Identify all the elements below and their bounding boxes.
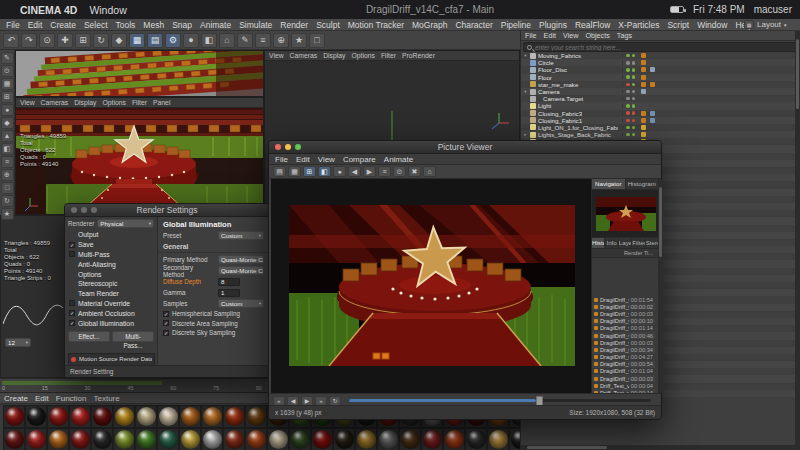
pen-icon[interactable]: ✎	[237, 33, 253, 48]
render-setting-footer[interactable]: Render Setting	[70, 368, 113, 375]
material-tag-icon[interactable]	[641, 96, 646, 101]
render-settings-item[interactable]: Stereoscopic	[65, 279, 157, 289]
menu-item[interactable]: Mesh	[143, 20, 164, 30]
transport-icon[interactable]: ↻	[329, 396, 341, 406]
snap-icon[interactable]: ≡	[1, 156, 14, 168]
tag-icon[interactable]	[650, 103, 655, 108]
delete-icon[interactable]: ✖	[408, 166, 421, 177]
object-name[interactable]: Light	[538, 102, 618, 109]
object-manager-menu-item[interactable]: Edit	[544, 31, 556, 40]
transport-icon[interactable]: «	[273, 396, 285, 406]
render-dot[interactable]	[632, 90, 636, 94]
texture-mode-icon[interactable]: ▦	[1, 78, 14, 90]
menu-item[interactable]: Create	[50, 20, 76, 30]
render-preset-row[interactable]: Motion Source Render Data	[69, 354, 154, 364]
object-name[interactable]: Light_ON_1.for_Closing_Fabrics	[538, 124, 618, 131]
menu-item[interactable]: Script	[667, 20, 689, 30]
field-value[interactable]: Quasi-Monte Carlo (QMC)	[218, 255, 264, 264]
object-name[interactable]: Moving_Fabrics	[538, 52, 618, 59]
object-row[interactable]: Closing_Fabric3	[521, 110, 797, 117]
checkbox[interactable]: ✓	[163, 320, 169, 326]
material-thumbnail[interactable]	[25, 428, 47, 450]
editor-dot[interactable]	[626, 54, 630, 58]
material-tag-icon[interactable]	[641, 89, 646, 94]
material-thumbnail[interactable]	[157, 428, 179, 450]
history-row[interactable]: DragilDriff_v148 00:00:03	[592, 310, 655, 317]
effect-button[interactable]: Effect...	[68, 331, 110, 342]
history-row[interactable]: DragilDriff_v148 00:00:03	[592, 339, 655, 346]
object-row[interactable]: ▸ Lights_Stage_Back_Fabric	[521, 131, 797, 138]
render-dot[interactable]	[632, 97, 636, 101]
material-thumbnail[interactable]	[47, 428, 69, 450]
checkbox[interactable]: ✓	[69, 310, 75, 316]
picture-viewer-menu-item[interactable]: File	[275, 155, 288, 164]
menu-item[interactable]: Window	[697, 20, 727, 30]
window-menu[interactable]: Window	[89, 4, 126, 16]
material-thumbnail[interactable]	[91, 428, 113, 450]
menu-item[interactable]: Plugins	[539, 20, 567, 30]
viewport-menu-item[interactable]: Panel	[153, 99, 170, 106]
visibility-dots[interactable]	[622, 111, 637, 115]
material-tag-icon[interactable]	[641, 111, 646, 116]
expand-arrow-icon[interactable]: ▾	[523, 89, 528, 94]
material-thumbnail[interactable]	[487, 428, 509, 450]
menu-item[interactable]: Edit	[28, 20, 43, 30]
material-tag-icon[interactable]	[641, 67, 646, 72]
sidebar-tab[interactable]: Navigator	[592, 179, 626, 189]
subdivision-select[interactable]: 12	[5, 338, 31, 347]
checkbox[interactable]: ✓	[69, 320, 75, 326]
object-row[interactable]: Camera.Target	[521, 95, 797, 102]
checkbox[interactable]	[69, 300, 75, 306]
material-tag-icon[interactable]	[641, 103, 646, 108]
render-dot[interactable]	[632, 61, 636, 65]
floor-icon[interactable]: ⌂	[219, 33, 235, 48]
transport-icon[interactable]: ◀	[287, 396, 299, 406]
history-row[interactable]: DragilDriff_v149 00:00:03	[592, 375, 655, 382]
navigator-thumbnail[interactable]	[592, 190, 659, 238]
gi-check-row[interactable]: ✓ Hemispherical Sampling	[158, 309, 269, 319]
visibility-dots[interactable]	[622, 126, 637, 130]
rotate-tool-icon[interactable]: ↻	[93, 33, 109, 48]
render-dot[interactable]	[632, 75, 636, 79]
material-thumbnail[interactable]	[69, 405, 91, 428]
render-view-icon[interactable]: ▦	[129, 33, 145, 48]
material-thumbnail[interactable]	[25, 405, 47, 428]
viewport-menu-item[interactable]: Display	[323, 52, 345, 59]
sidebar-tab[interactable]: Filter	[632, 238, 645, 248]
material-thumbnail[interactable]	[135, 428, 157, 450]
material-tag-icon[interactable]	[641, 75, 646, 80]
editor-dot[interactable]	[626, 119, 630, 123]
history-column-header[interactable]: Render Ti...	[624, 250, 653, 256]
material-thumbnail[interactable]	[135, 405, 157, 428]
render-settings-icon[interactable]: ⚙	[165, 33, 181, 48]
history-scrollbar[interactable]	[658, 179, 663, 393]
scale-tool-icon[interactable]: ⊞	[75, 33, 91, 48]
viewport-menu-item[interactable]: Filter	[132, 99, 147, 106]
sidebar-tab[interactable]: History	[592, 238, 605, 248]
expand-arrow-icon[interactable]: ▸	[523, 132, 528, 137]
object-name[interactable]: Camera.Target	[538, 95, 618, 102]
enable-axis-icon[interactable]: ◧	[1, 143, 14, 155]
menu-item[interactable]: Sculpt	[316, 20, 340, 30]
previous-image-icon[interactable]: ◀	[348, 166, 361, 177]
visibility-dots[interactable]	[622, 83, 637, 87]
zoom-icon[interactable]: ⊙	[393, 166, 406, 177]
viewport-solo-icon[interactable]: ★	[1, 208, 14, 220]
workplane-icon[interactable]: ⊞	[1, 91, 14, 103]
history-row[interactable]: DragilDriff_v148 00:01:54	[592, 296, 655, 303]
add-object-icon[interactable]: ⊕	[273, 33, 289, 48]
tag-icon[interactable]	[650, 118, 655, 123]
tag-icon[interactable]	[650, 132, 655, 137]
object-row[interactable]: ▾ Moving_Fabrics	[521, 52, 797, 59]
menu-item[interactable]: RealFlow	[575, 20, 610, 30]
render-dot[interactable]	[632, 126, 636, 130]
sidebar-tab[interactable]: Info	[605, 238, 618, 248]
gi-check-row[interactable]: ✓ Discrete Area Sampling	[158, 319, 269, 329]
material-tag-icon[interactable]	[641, 82, 646, 87]
material-thumbnail[interactable]	[443, 428, 465, 450]
viewport-menu-item[interactable]: Options	[102, 99, 125, 106]
editor-dot[interactable]	[626, 68, 630, 72]
polygons-mode-icon[interactable]: ▲	[1, 130, 14, 142]
material-thumbnail[interactable]	[69, 428, 91, 450]
picture-viewer-menu-item[interactable]: Animate	[384, 155, 413, 164]
